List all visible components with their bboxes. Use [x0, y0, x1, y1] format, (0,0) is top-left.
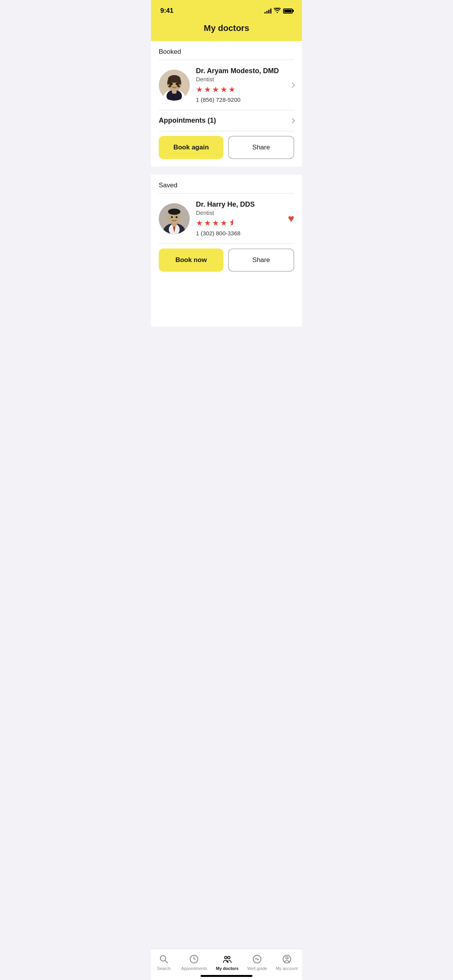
appointments-chevron-icon	[290, 118, 295, 123]
chevron-right-icon	[290, 82, 295, 87]
saved-doctor-stars: ★ ★ ★ ★ ⯨	[196, 218, 281, 228]
status-time: 9:41	[160, 7, 173, 15]
booked-doctor-info: Dr. Aryam Modesto, DMD Dentist ★ ★ ★ ★ ★…	[196, 67, 284, 103]
doctor-avatar-booked	[159, 70, 190, 101]
booked-doctor-stars: ★ ★ ★ ★ ★	[196, 85, 284, 94]
share-button-booked[interactable]: Share	[228, 136, 294, 159]
booked-doctor-phone: 1 (856) 728-9200	[196, 96, 284, 103]
saved-doctor-name: Dr. Harry He, DDS	[196, 200, 281, 209]
booked-doctor-name: Dr. Aryam Modesto, DMD	[196, 67, 284, 75]
star-4: ★	[220, 85, 227, 94]
appointments-row[interactable]: Appointments (1)	[151, 110, 302, 131]
page-header: My doctors	[151, 19, 302, 41]
share-button-saved[interactable]: Share	[228, 248, 294, 272]
page-title: My doctors	[159, 23, 294, 33]
star-5: ★	[228, 85, 235, 94]
svg-point-7	[177, 78, 181, 87]
appointments-label: Appointments (1)	[159, 117, 216, 125]
saved-star-5: ⯨	[228, 218, 236, 228]
content-area: Booked	[151, 41, 302, 327]
section-separator	[151, 167, 302, 175]
saved-doctor-card[interactable]: Dr. Harry He, DDS Dentist ★ ★ ★ ★ ⯨ 1 (3…	[151, 194, 302, 243]
book-again-button[interactable]: Book again	[159, 136, 223, 159]
svg-point-18	[168, 209, 180, 215]
wifi-icon	[274, 8, 281, 14]
star-3: ★	[212, 85, 219, 94]
saved-star-4: ★	[220, 218, 227, 228]
page: 9:41 My doctors	[151, 0, 302, 327]
svg-point-9	[179, 84, 181, 86]
heart-icon[interactable]: ♥	[288, 212, 294, 225]
saved-doctor-info: Dr. Harry He, DDS Dentist ★ ★ ★ ★ ⯨ 1 (3…	[196, 200, 281, 236]
saved-star-1: ★	[196, 218, 203, 228]
saved-action-buttons: Book now Share	[151, 244, 302, 279]
svg-point-6	[167, 78, 172, 87]
booked-action-buttons: Book again Share	[151, 131, 302, 167]
saved-star-3: ★	[212, 218, 219, 228]
saved-doctor-specialty: Dentist	[196, 209, 281, 216]
book-now-button[interactable]: Book now	[159, 248, 223, 272]
svg-point-8	[168, 84, 170, 86]
battery-icon	[283, 9, 293, 14]
star-1: ★	[196, 85, 203, 94]
booked-doctor-specialty: Dentist	[196, 76, 284, 82]
booked-doctor-card[interactable]: Dr. Aryam Modesto, DMD Dentist ★ ★ ★ ★ ★…	[151, 60, 302, 110]
svg-point-20	[179, 216, 182, 219]
svg-point-22	[176, 216, 178, 218]
doctor-avatar-saved	[159, 203, 190, 234]
svg-point-21	[171, 216, 173, 218]
status-icons	[264, 8, 293, 14]
signal-icon	[264, 8, 271, 14]
saved-doctor-phone: 1 (302) 800-3368	[196, 230, 281, 236]
svg-point-19	[167, 216, 170, 219]
saved-section-label: Saved	[151, 175, 302, 193]
status-bar: 9:41	[151, 0, 302, 19]
svg-point-10	[171, 83, 173, 85]
saved-star-2: ★	[204, 218, 211, 228]
booked-section-label: Booked	[151, 41, 302, 60]
svg-point-11	[176, 83, 178, 85]
star-2: ★	[204, 85, 211, 94]
